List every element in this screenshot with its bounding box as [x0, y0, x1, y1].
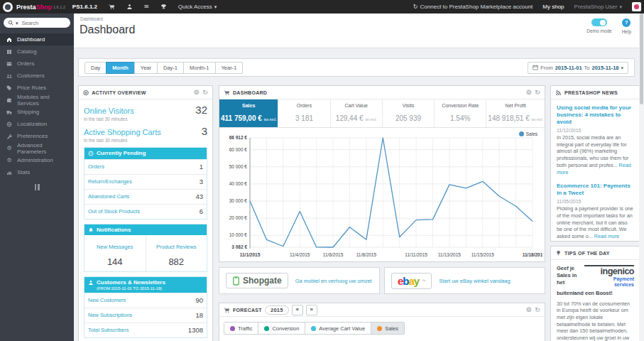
tips-of-the-day-panel: TIPS OF THE DAY ingenico Paymentservices…	[550, 246, 640, 341]
person-icon[interactable]	[126, 4, 133, 10]
svg-text:30 000 €: 30 000 €	[229, 198, 248, 203]
refresh-icon[interactable]: ↻	[535, 307, 540, 313]
read-more-link[interactable]: Read more	[594, 233, 620, 239]
range-day-button[interactable]: Day	[84, 62, 107, 74]
forecast-year[interactable]: 2015	[265, 305, 289, 315]
sidebar-item-dashboard[interactable]: Dashboard	[0, 33, 74, 45]
ebay-ad[interactable]: ebay ™ Start uw eBay winkel vandaag	[384, 267, 545, 294]
shopgate-link[interactable]: Ga mobiel en verhoog uw omzet	[295, 278, 372, 284]
marketplace-link[interactable]: ↻Connect to PrestaShop Marketplace accou…	[413, 4, 533, 10]
sidebar-item-stats[interactable]: Stats	[0, 166, 74, 178]
kpi-orders[interactable]: Orders3 181	[278, 99, 329, 127]
legend-average-cart-value-button[interactable]: Average Cart Value	[305, 322, 371, 335]
bar-chart-icon	[6, 170, 12, 175]
demo-mode-toggle[interactable]	[591, 18, 607, 26]
cogs-icon: ⚙	[6, 146, 12, 151]
range-year-button[interactable]: Year	[134, 62, 158, 74]
rss-icon	[555, 90, 562, 96]
sync-icon: ↻	[413, 4, 418, 10]
abandoned-carts-row[interactable]: Abandoned Carts43	[84, 189, 207, 204]
range-year-1-button[interactable]: Year-1	[215, 62, 244, 74]
gear-icon[interactable]: ⚙	[526, 90, 532, 96]
kpi-net-profit[interactable]: Net Profit148 918,51 € tax excl.	[486, 99, 545, 127]
trophy-icon[interactable]	[160, 4, 167, 10]
new-messages-cell[interactable]: New Messages144	[84, 235, 146, 271]
date-range-toolbar: Day Month Year Day-1 Month-1 Year-1 From…	[78, 58, 635, 77]
pending-orders-row[interactable]: Orders1	[84, 159, 207, 174]
refresh-icon[interactable]: ↻	[535, 90, 540, 96]
clock-icon	[88, 151, 94, 156]
legend-traffic-button[interactable]: Traffic	[224, 322, 258, 335]
kpi-cart-value[interactable]: Cart Value129,44 € tax excl.	[330, 99, 382, 127]
sidebar-item-modules[interactable]: Modules and Services	[0, 94, 74, 106]
legend-sales-button[interactable]: Sales	[371, 322, 405, 335]
chevron-down-icon: ▾	[619, 4, 622, 9]
sidebar-item-localization[interactable]: Localization	[0, 118, 74, 130]
scrollbar-thumb[interactable]	[640, 13, 643, 104]
user-menu[interactable]: PrestaShop User▾	[574, 4, 622, 10]
kpi-conversion-rate[interactable]: Conversion Rate1.54%	[434, 99, 486, 127]
gear-icon[interactable]: ⚙	[526, 307, 532, 313]
search-input[interactable]	[21, 19, 66, 27]
quick-access-menu[interactable]: Quick Access▾	[178, 4, 217, 10]
sidebar-item-customers[interactable]: Customers	[0, 70, 74, 82]
range-month-1-button[interactable]: Month-1	[183, 62, 216, 74]
shopgate-ad[interactable]: Shopgate Ga mobiel en verhoog uw omzet	[219, 267, 380, 294]
sidebar-item-advanced-parameters[interactable]: ⚙ Advanced Parameters	[0, 142, 74, 154]
pending-returns-row[interactable]: Return/Exchanges3	[84, 174, 207, 189]
date-from: 2015-11-01	[555, 65, 582, 71]
window-scrollbar[interactable]	[639, 13, 644, 341]
ebay-link[interactable]: Start uw eBay winkel vandaag	[439, 278, 510, 284]
forecast-legend: Traffic Conversion Average Cart Value Sa…	[219, 317, 545, 340]
collapse-menu-button[interactable]	[33, 184, 40, 190]
new-subscriptions-row[interactable]: New Subscriptions18	[84, 308, 207, 323]
range-day-1-button[interactable]: Day-1	[157, 62, 184, 74]
sidebar-item-administration[interactable]: ⚙ Administration	[0, 154, 74, 166]
kpi-sales[interactable]: Sales411 759,00 € tax excl.	[219, 99, 278, 127]
range-month-button[interactable]: Month	[106, 62, 135, 74]
breadcrumb[interactable]: Dashboard	[80, 16, 103, 21]
news-title-link[interactable]: Using social media for your business: 4 …	[557, 104, 634, 126]
svg-text:66 912 €: 66 912 €	[229, 135, 248, 140]
new-customers-row[interactable]: New Customers90	[84, 293, 207, 308]
sales-chart: 3 082 €10 000 €20 000 €30 000 €40 000 €5…	[219, 128, 545, 260]
brand-version: 1.6.1.2	[53, 5, 65, 9]
product-reviews-cell[interactable]: Product Reviews882	[146, 235, 207, 271]
envelope-icon[interactable]: ✉	[144, 4, 149, 10]
online-visitors-value: 32	[195, 104, 207, 116]
average-cart-value-dot-icon	[311, 326, 316, 331]
dashboard-panel: DASHBOARD ⚙ ↻ Sales411 759,00 € tax excl…	[219, 85, 545, 262]
next-year-button[interactable]: »	[306, 305, 317, 315]
total-subscribers-row[interactable]: Total Subscribers1308	[84, 323, 207, 337]
sidebar-item-shipping[interactable]: Shipping	[0, 106, 74, 118]
active-carts-link[interactable]: Active Shopping Carts	[84, 128, 161, 136]
kpi-visits[interactable]: Visits205 939	[382, 99, 434, 127]
gear-icon[interactable]: ⚙	[194, 90, 200, 96]
sidebar-item-catalog[interactable]: Catalog	[0, 45, 74, 58]
svg-text:60 000 €: 60 000 €	[229, 147, 248, 152]
news-title-link[interactable]: Ecommerce 101: Payments in a Tweet	[557, 183, 634, 197]
cart-icon[interactable]	[109, 4, 115, 10]
home-icon	[6, 37, 12, 43]
sidebar: ▾ Dashboard Catalog Orders Customers Pri…	[0, 13, 74, 341]
svg-text:11/4/2015: 11/4/2015	[290, 252, 310, 257]
previous-year-button[interactable]: «	[292, 305, 303, 315]
chevron-down-icon: ▾	[214, 4, 217, 9]
tag-icon	[6, 85, 12, 91]
sidebar-item-orders[interactable]: Orders	[0, 58, 74, 70]
chevron-down-icon[interactable]: ▾	[16, 21, 18, 26]
sidebar-item-preferences[interactable]: Preferences	[0, 130, 74, 142]
legend-conversion-button[interactable]: Conversion	[258, 322, 305, 335]
help-button[interactable]: ?	[622, 18, 631, 27]
my-shop-link[interactable]: My shop	[542, 4, 564, 10]
online-visitors-link[interactable]: Online Visitors	[84, 107, 134, 115]
out-of-stock-row[interactable]: Out of Stock Products6	[84, 204, 207, 219]
sidebar-search[interactable]: ▾	[4, 18, 70, 28]
refresh-icon[interactable]: ↻	[202, 90, 208, 96]
date-range-picker[interactable]: From2015-11-01 To2015-11-18 ▾	[528, 62, 628, 74]
chart-legend[interactable]: Sales	[519, 131, 537, 136]
sidebar-item-price-rules[interactable]: Price Rules	[0, 82, 74, 94]
avatar[interactable]	[632, 2, 641, 11]
ebay-logo: ebay ™	[391, 273, 432, 289]
svg-text:20 000 €: 20 000 €	[229, 215, 248, 220]
